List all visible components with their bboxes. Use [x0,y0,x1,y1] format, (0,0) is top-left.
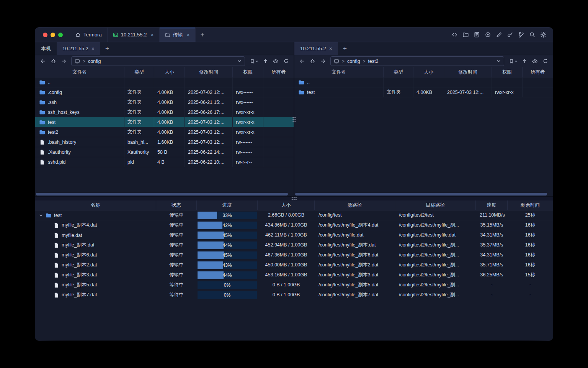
parent-directory-button[interactable] [261,57,270,66]
file-row[interactable]: .Xauthority Xauthority 58 B 2025-06-22 1… [35,147,294,157]
new-pane-tab-button[interactable]: + [338,42,352,55]
refresh-button[interactable] [281,57,291,66]
forward-button[interactable] [59,57,68,66]
tab-transfer[interactable]: 传输 × [159,28,196,42]
file-row[interactable]: .. [35,77,294,87]
column-header-target-path[interactable]: 目标路径 [395,200,476,210]
home-button[interactable] [49,57,58,66]
transfer-row[interactable]: myfile.dat 传输中 45% 462.11MB / 1.00GB /co… [35,230,553,240]
close-tab-icon[interactable]: × [187,32,190,38]
home-button[interactable] [308,57,317,66]
tab-label: Termora [83,32,102,38]
column-header-type[interactable]: 类型 [124,67,154,77]
tab-session-10-211-55-2[interactable]: 10.211.55.2 × [107,28,159,42]
search-icon[interactable] [528,31,536,39]
zoom-window-button[interactable] [58,33,63,37]
back-button[interactable] [297,57,307,66]
record-icon[interactable] [483,31,492,39]
key-icon[interactable] [506,31,514,39]
breadcrumb-segment[interactable]: config [88,59,101,64]
transfer-row[interactable]: myfile_副本7.dat 等待中 0% 0 B / 1.00GB /conf… [35,290,553,300]
file-row[interactable]: .. [294,77,553,87]
column-header-eta[interactable]: 剩余时间 [508,200,553,210]
close-pane-tab-icon[interactable]: × [329,46,332,51]
pane-tab-local[interactable]: 本机 [35,42,57,55]
tab-termora-home[interactable]: Termora [70,28,107,42]
column-header-modified[interactable]: 修改时间 [185,67,233,77]
close-window-button[interactable] [43,33,47,37]
column-header-filename[interactable]: 文件名 [294,67,384,77]
transfer-eta: - [508,280,553,290]
transfer-speed: - [476,290,508,300]
forward-button[interactable] [318,57,327,66]
column-header-filename[interactable]: 文件名 [35,67,124,77]
path-breadcrumb[interactable]: > config > test2 [330,56,504,66]
new-pane-tab-button[interactable]: + [100,42,114,55]
transfer-size: 467.36MB / 1.00GB [258,250,315,260]
branch-icon[interactable] [517,31,525,39]
folder-icon[interactable] [461,31,470,39]
show-hidden-files-button[interactable] [271,57,280,66]
chevron-down-icon[interactable] [497,59,501,63]
new-window-tab-button[interactable]: + [196,28,209,42]
transfer-row[interactable]: myfile_副本6.dat 传输中 45% 467.36MB / 1.00GB… [35,250,553,260]
horizontal-scrollbar[interactable] [36,193,291,196]
file-row[interactable]: .config 文件夹 4.00KB 2025-07-02 12:... rwx… [35,87,294,97]
path-breadcrumb[interactable]: > config [71,56,245,66]
column-header-speed[interactable]: 速度 [476,200,508,210]
column-header-size[interactable]: 大小 [413,67,444,77]
file-row[interactable]: test 文件夹 4.00KB 2025-07-03 12:... rwxr-x… [294,87,553,97]
transfer-row[interactable]: test 传输中 33% 2.66GB / 8.00GB /config/tes… [35,210,553,220]
close-tab-icon[interactable]: × [150,32,154,38]
file-row[interactable]: test2 文件夹 4.00KB 2025-07-03 12:... rwxr-… [35,127,294,137]
column-header-permission[interactable]: 权限 [233,67,263,77]
pane-tab-session[interactable]: 10.211.55.2 × [294,42,338,55]
column-header-modified[interactable]: 修改时间 [444,67,492,77]
pane-tab-session[interactable]: 10.211.55.2 × [57,42,100,55]
parent-directory-button[interactable] [520,57,529,66]
code-icon[interactable] [450,31,459,39]
settings-icon[interactable] [539,31,547,39]
transfer-source-path: /config/test/myfile_副本2.dat [315,260,395,270]
transfer-status: 等待中 [156,280,197,290]
column-header-name[interactable]: 名称 [35,200,156,210]
column-header-permission[interactable]: 权限 [492,67,523,77]
column-header-size[interactable]: 大小 [258,200,315,210]
column-header-progress[interactable]: 进度 [197,200,258,210]
file-row[interactable]: ssh_host_keys 文件夹 4.00KB 2025-06-26 17:.… [35,107,294,117]
column-header-source-path[interactable]: 源路径 [315,200,395,210]
horizontal-scrollbar[interactable] [295,193,550,196]
transfer-row[interactable]: myfile_副本3.dat 传输中 44% 453.16MB / 1.00GB… [35,270,553,280]
file-row[interactable]: sshd.pid pid 4 B 2025-06-22 10:... rw-r-… [35,157,294,167]
file-size: 4.00KB [154,107,185,117]
transfer-row[interactable]: myfile_副本5.dat 等待中 0% 0 B / 1.00GB /conf… [35,280,553,290]
transfer-row[interactable]: myfile_副本.dat 传输中 44% 452.94MB / 1.00GB … [35,240,553,250]
column-header-type[interactable]: 类型 [384,67,413,77]
bookmark-button[interactable] [248,57,260,66]
transfer-row[interactable]: myfile_副本2.dat 传输中 43% 450.00MB / 1.00GB… [35,260,553,270]
breadcrumb-segment[interactable]: config [347,59,360,64]
transfer-source-path: /config/test/myfile_副本4.dat [315,220,395,230]
back-button[interactable] [38,57,47,66]
minimize-window-button[interactable] [51,33,55,37]
file-row[interactable]: .ssh 文件夹 4.00KB 2025-06-21 15:... rwx---… [35,97,294,107]
show-hidden-files-button[interactable] [530,57,539,66]
breadcrumb-segment[interactable]: test2 [368,59,378,64]
log-icon[interactable] [472,31,481,39]
transfer-split-handle[interactable] [35,196,553,200]
file-type: bash_hi... [124,137,154,147]
bookmark-button[interactable] [507,57,519,66]
file-row[interactable]: test 文件夹 4.00KB 2025-07-03 12:... rwxr-x… [35,117,294,127]
edit-icon[interactable] [495,31,503,39]
column-header-status[interactable]: 状态 [156,200,197,210]
chevron-down-icon[interactable] [237,59,242,63]
column-header-size[interactable]: 大小 [154,67,185,77]
column-header-owner[interactable]: 所有者 [263,67,294,77]
close-pane-tab-icon[interactable]: × [91,46,95,51]
file-row[interactable]: .bash_history bash_hi... 1.60KB 2025-07-… [35,137,294,147]
file-owner [263,117,294,127]
transfer-row[interactable]: myfile_副本4.dat 传输中 42% 434.86MB / 1.00GB… [35,220,553,230]
column-header-owner[interactable]: 所有者 [523,67,553,77]
expand-chevron-icon[interactable] [38,214,43,217]
refresh-button[interactable] [541,57,550,66]
